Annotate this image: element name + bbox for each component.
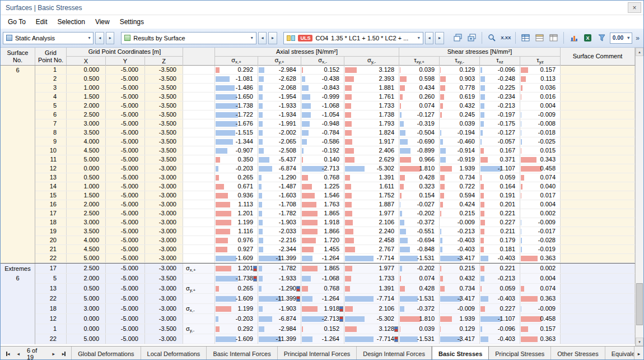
coord-y-cell[interactable]: -5.000 [106,101,145,110]
stress-cell[interactable]: -1.603 [258,191,301,200]
surface-comment-cell[interactable] [561,101,635,110]
coord-x-cell[interactable]: 3.500 [67,227,106,236]
table-row[interactable]: 183.000-5.000-3.000σx,-1.199-1.9031.9182… [35,304,635,314]
coord-y-cell[interactable]: -5.000 [106,324,145,334]
stress-cell[interactable]: -1.107 [480,164,520,173]
stress-cell[interactable]: 0.434 [399,84,440,92]
stress-cell[interactable]: -1.107 [480,314,520,324]
coord-y-cell[interactable]: -5.000 [106,93,145,101]
stress-cell[interactable]: -0.372 [399,304,440,313]
stress-cell[interactable]: -0.096 [480,66,520,74]
tab-local-deformations[interactable]: Local Deformations [141,347,207,360]
coord-y-cell[interactable]: -5.000 [106,182,145,191]
stress-cell[interactable]: -0.403 [480,334,520,344]
table-row[interactable]: 115.000-5.000-3.5000.350-5.4370.1402.629… [35,155,635,164]
grid-point-no-cell[interactable]: 15 [35,191,67,200]
table-row[interactable]: 41.500-5.000-3.500-1.650-1.954-0.9991.76… [35,93,635,101]
table-row[interactable]: 183.000-5.000-3.0001.199-1.9031.9182.106… [35,218,635,227]
stress-cell[interactable]: 0.323 [399,182,440,191]
vertical-scrollbar[interactable]: ▴ ▾ [635,48,643,346]
stress-cell[interactable]: 1.113 [215,200,258,209]
stress-cell[interactable]: 1.866 [301,227,344,236]
stress-cell[interactable]: -0.784 [301,128,344,137]
coord-x-cell[interactable]: 3.500 [67,128,106,137]
scroll-down-icon[interactable]: ▾ [636,338,643,346]
stress-cell[interactable]: 0.265 [215,173,258,182]
surface-comment-cell[interactable] [561,304,635,313]
stress-cell[interactable]: -2.984 [258,66,301,74]
coord-z-cell[interactable]: -3.000 [145,218,183,227]
stress-cell[interactable]: -0.586 [301,137,344,146]
stress-cell[interactable]: 0.363 [520,254,561,262]
stress-cell[interactable]: -0.438 [301,75,344,83]
stress-cell[interactable]: 2.106 [344,304,399,313]
stress-cell[interactable]: 2.106 [344,218,399,227]
stress-cell[interactable]: -0.028 [520,236,561,244]
table-row[interactable]: 83.500-5.000-3.500-1.515-2.002-0.7841.82… [35,128,635,137]
surface-no-cell[interactable]: 6 [1,66,35,263]
grid-point-no-cell[interactable]: 5 [35,101,67,110]
table-row[interactable]: 130.500-5.000-3.0000.265-1.2900.7681.391… [35,173,635,182]
coord-z-cell[interactable]: -3.500 [145,66,183,74]
stress-cell[interactable]: -2.628 [258,75,301,83]
table-row[interactable]: 31.000-5.000-3.500-1.486-2.068-0.8431.88… [35,84,635,93]
stress-cell[interactable]: -0.319 [399,119,440,128]
coord-z-cell[interactable]: -3.500 [145,128,183,137]
results-mode-dropdown[interactable]: Results by Surface ▾ [121,32,256,44]
grid-point-no-cell[interactable]: 7 [35,119,67,128]
stress-cell[interactable]: 1.865 [301,264,344,273]
stress-cell[interactable]: -2.216 [258,236,301,244]
stress-cell[interactable]: -1.486 [215,84,258,92]
stress-cell[interactable]: 0.927 [215,245,258,253]
stress-cell[interactable]: -0.213 [480,101,520,110]
stress-cell[interactable]: -0.192 [301,146,344,155]
stress-cell[interactable]: -0.127 [480,128,520,137]
stress-cell[interactable]: -1.738 [215,101,258,110]
stress-cell[interactable]: -1.708 [258,200,301,209]
grid-point-no-cell[interactable]: 6 [35,110,67,119]
grid-point-no-cell[interactable]: 20 [35,236,67,244]
stress-cell[interactable]: 0.343 [520,155,561,164]
stress-cell[interactable]: 1.881 [344,84,399,92]
stress-cell[interactable]: 1.977 [344,264,399,273]
stress-cell[interactable]: -0.008 [520,119,561,128]
stress-cell[interactable]: 1.918 [301,304,344,313]
coord-z-cell[interactable]: -3.500 [145,155,183,164]
grid-point-no-cell[interactable]: 22 [35,254,67,262]
table-row[interactable]: 141.000-5.000-3.0000.671-1.4871.2251.611… [35,182,635,191]
stress-cell[interactable]: -0.690 [399,137,440,146]
grid-point-no-cell[interactable]: 5 [35,274,67,283]
coord-x-cell[interactable]: 2.000 [67,200,106,209]
table-row[interactable]: 214.500-5.000-3.0000.927-2.3441.4552.767… [35,245,635,254]
stress-cell[interactable]: 1.199 [215,304,258,313]
toolbar-overflow-chevron[interactable]: » [634,34,641,42]
table-row[interactable]: 225.000-5.000-3.000-1.609-11.399-1.264-7… [35,294,635,304]
stress-cell[interactable]: -1.264 [301,294,344,303]
load-combination-dropdown[interactable]: ULS CO4 1.35 * LC1 + 1.50 * LC2 + ... ▾ [283,32,423,44]
coord-z-cell[interactable]: -3.000 [145,284,183,293]
stress-cell[interactable]: -3.417 [440,254,480,262]
stress-cell[interactable]: 2.629 [344,155,399,164]
table-view-icon[interactable] [519,31,531,44]
stress-cell[interactable]: -0.027 [399,200,440,209]
stress-cell[interactable]: -7.714 [344,294,399,303]
surface-comment-cell[interactable] [561,191,635,200]
results-prev-button[interactable]: ◂ [258,32,267,44]
combo-next-button[interactable]: ▸ [435,32,444,44]
stress-cell[interactable]: 0.428 [399,173,440,182]
coord-y-cell[interactable]: -5.000 [106,314,145,324]
table-row[interactable]: 73.000-5.000-3.500-1.676-1.991-0.9481.79… [35,119,635,128]
stress-cell[interactable]: 1.199 [215,218,258,227]
stress-cell[interactable]: -1.068 [301,101,344,110]
stress-cell[interactable]: -1.531 [399,254,440,262]
stress-cell[interactable]: 0.059 [480,173,520,182]
scrollbar-thumb[interactable] [636,283,643,325]
grid-point-no-cell[interactable]: 18 [35,304,67,313]
coord-x-cell[interactable]: 2.500 [67,209,106,218]
stress-cell[interactable]: 0.181 [480,245,520,253]
stress-cell[interactable]: -1.991 [258,119,301,128]
stress-cell[interactable]: -11.399 [258,294,301,303]
coord-x-cell[interactable]: 5.000 [67,155,106,164]
stress-cell[interactable]: 0.004 [520,274,561,283]
stress-cell[interactable]: -1.068 [301,274,344,283]
